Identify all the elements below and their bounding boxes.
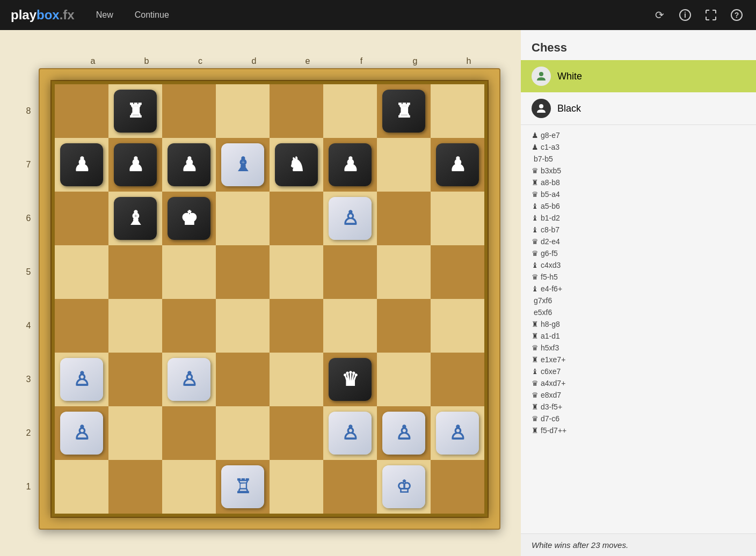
cell-d1[interactable]: ♖: [216, 460, 270, 514]
cell-f6[interactable]: ♙: [323, 192, 377, 245]
new-button[interactable]: New: [91, 7, 119, 23]
cell-e1[interactable]: [270, 460, 323, 514]
piece-g8-rook[interactable]: ♜: [382, 90, 425, 133]
piece-g2-pawn[interactable]: ♙: [382, 412, 425, 455]
cell-g7[interactable]: [377, 138, 431, 192]
cell-h6[interactable]: [431, 192, 484, 245]
cell-h5[interactable]: [431, 245, 484, 299]
cell-h8[interactable]: [431, 84, 484, 138]
piece-f6-pawn[interactable]: ♙: [329, 197, 372, 240]
cell-g8[interactable]: ♜: [377, 84, 431, 138]
piece-d1-rook[interactable]: ♖: [221, 465, 264, 508]
piece-h7-pawn[interactable]: ♟: [436, 143, 479, 186]
fullscreen-icon[interactable]: [702, 6, 719, 24]
cell-a4[interactable]: [55, 299, 108, 353]
help-icon[interactable]: ?: [728, 6, 745, 24]
player-black-row[interactable]: Black: [521, 92, 756, 125]
refresh-icon[interactable]: ⟳: [651, 6, 668, 24]
cell-d5[interactable]: [216, 245, 270, 299]
cell-a1[interactable]: [55, 460, 108, 514]
piece-a3-pawn[interactable]: ♙: [60, 358, 103, 401]
cell-d2[interactable]: [216, 406, 270, 460]
continue-button[interactable]: Continue: [129, 7, 175, 23]
cell-c4[interactable]: [162, 299, 216, 353]
cell-c3[interactable]: ♙: [162, 353, 216, 406]
piece-b7-pawn[interactable]: ♟: [114, 143, 157, 186]
row-2: 2: [20, 406, 37, 460]
cell-d6[interactable]: [216, 192, 270, 245]
cell-d7[interactable]: ♝: [216, 138, 270, 192]
cell-b1[interactable]: [108, 460, 162, 514]
cell-g3[interactable]: [377, 353, 431, 406]
piece-c7-pawn[interactable]: ♟: [168, 143, 210, 186]
cell-b2[interactable]: [108, 406, 162, 460]
cell-g6[interactable]: [377, 192, 431, 245]
cell-d4[interactable]: [216, 299, 270, 353]
cell-h1[interactable]: [431, 460, 484, 514]
cell-f3[interactable]: ♛: [323, 353, 377, 406]
cell-f8[interactable]: [323, 84, 377, 138]
piece-c3-pawn[interactable]: ♙: [168, 358, 210, 401]
cell-f7[interactable]: ♟: [323, 138, 377, 192]
player-white-row[interactable]: White: [521, 60, 756, 92]
cell-a6[interactable]: [55, 192, 108, 245]
cell-g4[interactable]: [377, 299, 431, 353]
cell-e4[interactable]: [270, 299, 323, 353]
cell-g5[interactable]: [377, 245, 431, 299]
cell-h2[interactable]: ♙: [431, 406, 484, 460]
piece-f2-pawn[interactable]: ♙: [329, 412, 372, 455]
cell-e6[interactable]: [270, 192, 323, 245]
cell-a2[interactable]: ♙: [55, 406, 108, 460]
cell-f5[interactable]: [323, 245, 377, 299]
piece-f7-pawn[interactable]: ♟: [329, 143, 372, 186]
move-entry-10: ♛g6-f5: [532, 247, 745, 259]
cell-g1[interactable]: ♔: [377, 460, 431, 514]
piece-g1-king[interactable]: ♔: [382, 465, 425, 508]
piece-f3-queen[interactable]: ♛: [329, 358, 372, 401]
piece-e7-knight[interactable]: ♞: [275, 143, 318, 186]
cell-e5[interactable]: [270, 245, 323, 299]
cell-e2[interactable]: [270, 406, 323, 460]
cell-b3[interactable]: [108, 353, 162, 406]
move-entry-12: ♛f5-h5: [532, 271, 745, 283]
piece-a7-pawn[interactable]: ♟: [60, 143, 103, 186]
cell-e8[interactable]: [270, 84, 323, 138]
cell-b6[interactable]: ♝: [108, 192, 162, 245]
board-with-rows: 8 7 6 5 4 3 2 1 ♜: [20, 68, 500, 530]
cell-d8[interactable]: [216, 84, 270, 138]
piece-a2-pawn[interactable]: ♙: [60, 412, 103, 455]
piece-b8-rook[interactable]: ♜: [114, 90, 157, 133]
cell-h3[interactable]: [431, 353, 484, 406]
chess-board[interactable]: ♜ ♜ ♟: [52, 81, 488, 517]
cell-a7[interactable]: ♟: [55, 138, 108, 192]
info-icon[interactable]: i: [677, 6, 694, 24]
cell-a5[interactable]: [55, 245, 108, 299]
cell-g2[interactable]: ♙: [377, 406, 431, 460]
cell-c6[interactable]: ♚: [162, 192, 216, 245]
cell-h7[interactable]: ♟: [431, 138, 484, 192]
cell-f1[interactable]: [323, 460, 377, 514]
cell-c7[interactable]: ♟: [162, 138, 216, 192]
cell-b5[interactable]: [108, 245, 162, 299]
cell-b4[interactable]: [108, 299, 162, 353]
cell-f2[interactable]: ♙: [323, 406, 377, 460]
piece-b6-bishop[interactable]: ♝: [114, 197, 157, 240]
cell-a3[interactable]: ♙: [55, 353, 108, 406]
cell-f4[interactable]: [323, 299, 377, 353]
cell-e7[interactable]: ♞: [270, 138, 323, 192]
cell-d3[interactable]: [216, 353, 270, 406]
cell-b7[interactable]: ♟: [108, 138, 162, 192]
moves-list[interactable]: ♟g8-e7♟c1-a3b7-b5♛b3xb5♜a8-b8♛b5-a4♝a5-b…: [521, 125, 756, 533]
cell-e3[interactable]: [270, 353, 323, 406]
cell-b8[interactable]: ♜: [108, 84, 162, 138]
cell-c8[interactable]: [162, 84, 216, 138]
cell-h4[interactable]: [431, 299, 484, 353]
piece-d7-bishop[interactable]: ♝: [221, 143, 264, 186]
piece-h2-pawn[interactable]: ♙: [436, 412, 479, 455]
cell-c1[interactable]: [162, 460, 216, 514]
piece-c6-king[interactable]: ♚: [168, 197, 210, 240]
row-7: 7: [20, 138, 37, 192]
cell-c5[interactable]: [162, 245, 216, 299]
cell-a8[interactable]: [55, 84, 108, 138]
cell-c2[interactable]: [162, 406, 216, 460]
